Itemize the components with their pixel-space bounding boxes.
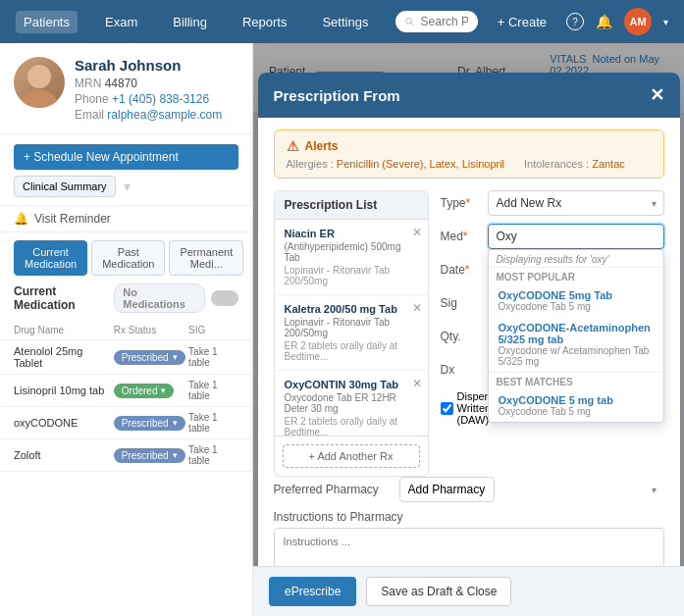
rx-name-2: OxyCONTIN 30mg Tab xyxy=(285,379,418,390)
med-name-2: oxyCODONE xyxy=(14,417,114,429)
avatar-chevron[interactable]: ▾ xyxy=(663,17,668,27)
eprescribe-button[interactable]: ePrescribe xyxy=(269,577,356,606)
type-row: Type* Add New RxRefillNew xyxy=(441,190,664,216)
rx-name-0: Niacin ER xyxy=(285,228,418,239)
rx-sub-0: (Antihyperipidemic) 500mg Tab xyxy=(285,241,418,263)
medication-section-header: Current Medication No Medications xyxy=(0,276,252,321)
med-sig-1: Take 1 table xyxy=(188,380,238,401)
sidebar: Sarah Johnson MRN 44870 Phone +1 (405) 8… xyxy=(0,43,253,616)
modal-header: Prescription From ✕ xyxy=(258,73,680,118)
patient-header: Sarah Johnson MRN 44870 Phone +1 (405) 8… xyxy=(0,43,252,134)
table-row: Atenolol 25mg Tablet Prescribed ▾ Take 1… xyxy=(0,340,252,375)
med-label: Med* xyxy=(441,224,480,243)
nav-reports[interactable]: Reports xyxy=(235,11,295,33)
dispense-checkbox[interactable] xyxy=(441,402,453,415)
rx-item-1: ✕ Kaletra 200/50 mg Tab Lopinavir - Rito… xyxy=(275,295,428,371)
rx-sig-1: ER 2 tablets orally daily at Bedtime... xyxy=(285,340,418,362)
form-column: Type* Add New RxRefillNew Med* xyxy=(441,190,664,477)
autocomplete-item-1-0[interactable]: OxyCODONE 5 mg tab Oxycodone Tab 5 mg xyxy=(489,389,663,422)
rx-sub-2: Oxycodone Tab ER 12HR Deter 30 mg xyxy=(285,392,418,414)
pharmacy-chevron-icon: ▾ xyxy=(652,485,657,495)
rx-remove-2[interactable]: ✕ xyxy=(412,377,422,390)
col-sig: SIG xyxy=(188,325,238,335)
medication-table-body: Atenolol 25mg Tablet Prescribed ▾ Take 1… xyxy=(0,340,252,472)
col-rx-status: Rx Status xyxy=(114,325,188,335)
tab-current-medication[interactable]: Current Medication xyxy=(14,240,87,276)
create-button[interactable]: + Create xyxy=(498,15,547,29)
no-medications-badge: No Medications xyxy=(114,283,205,313)
medication-table-header: Drug Name Rx Status SIG xyxy=(0,321,252,340)
rx-name-1: Kaletra 200/50 mg Tab xyxy=(285,303,418,315)
save-draft-close-button[interactable]: Save as Draft & Close xyxy=(366,577,511,606)
autocomplete-section-1: Best Matches xyxy=(489,372,663,389)
rx-sig-0: Lopinavir - Ritonavir Tab 200/50mg xyxy=(285,265,418,286)
search-input[interactable] xyxy=(421,15,468,28)
nav-settings[interactable]: Settings xyxy=(314,11,376,33)
autocomplete-hint: Displaying results for 'oxy' xyxy=(489,250,663,267)
current-medication-label: Current Medication xyxy=(14,284,114,312)
svg-point-3 xyxy=(22,90,57,108)
nav-exam[interactable]: Exam xyxy=(97,11,145,33)
allergy-item: Allergies : Penicillin (Severe), Latex, … xyxy=(287,158,505,170)
med-status-2[interactable]: Prescribed ▾ xyxy=(114,416,188,431)
rx-remove-1[interactable]: ✕ xyxy=(412,301,422,315)
prescription-modal: Prescription From ✕ ⚠ Alerts Allergies : xyxy=(258,73,680,616)
pharmacy-label: Preferred Pharmacy xyxy=(274,483,392,496)
col-drug-name: Drug Name xyxy=(14,325,114,335)
tab-permanent-medication[interactable]: Permanent Medi... xyxy=(169,240,243,276)
type-select[interactable]: Add New RxRefillNew xyxy=(488,190,664,216)
visit-reminder-row: 🔔 Visit Reminder xyxy=(0,205,252,232)
pharmacy-select-wrapper: Add Pharmacy ▾ xyxy=(399,477,664,502)
med-sig-0: Take 1 table xyxy=(188,346,238,368)
schedule-appointment-button[interactable]: + Schedule New Appointment xyxy=(14,144,238,170)
bottom-bar: ePrescribe Save as Draft & Close xyxy=(253,566,684,616)
modal-close-button[interactable]: ✕ xyxy=(650,84,664,106)
pharmacy-select[interactable]: Add Pharmacy xyxy=(399,477,495,502)
alert-content: Allergies : Penicillin (Severe), Latex, … xyxy=(287,158,652,170)
content-area: Patient Portal Enrolled ✓ ▾ Provider Dr.… xyxy=(253,43,684,616)
date-label: Date* xyxy=(441,257,480,277)
patient-mrn: MRN 44870 xyxy=(75,77,222,90)
med-input[interactable] xyxy=(488,224,664,249)
type-control: Add New RxRefillNew xyxy=(488,190,664,216)
avatar[interactable]: AM xyxy=(624,8,652,35)
med-control: Displaying results for 'oxy' Most Popula… xyxy=(488,224,664,249)
rx-sub-1: Lopinavir - Ritonavir Tab 200/50mg xyxy=(285,317,418,338)
med-status-0[interactable]: Prescribed ▾ xyxy=(114,350,188,365)
nav-patients[interactable]: Patients xyxy=(16,11,78,33)
table-row: oxyCODONE Prescribed ▾ Take 1 table xyxy=(0,407,252,439)
sig-label: Sig xyxy=(441,290,480,310)
medication-toggle[interactable] xyxy=(211,290,238,306)
search-bar[interactable] xyxy=(395,11,477,32)
patient-name: Sarah Johnson xyxy=(75,57,222,74)
intolerance-item: Intolerances : Zantac xyxy=(524,158,625,170)
med-status-1[interactable]: Ordered ▾ xyxy=(114,384,188,398)
patient-photo xyxy=(14,57,65,108)
med-status-3[interactable]: Prescribed ▾ xyxy=(114,448,188,463)
med-name-1: Lisinopril 10mg tab xyxy=(14,385,114,396)
bell-icon[interactable]: 🔔 xyxy=(596,14,612,29)
search-icon xyxy=(405,16,414,27)
reminder-icon: 🔔 xyxy=(14,212,28,226)
rx-item-2: ✕ OxyCONTIN 30mg Tab Oxycodone Tab ER 12… xyxy=(275,371,428,436)
visit-reminder-label: Visit Reminder xyxy=(34,212,111,226)
alert-box: ⚠ Alerts Allergies : Penicillin (Severe)… xyxy=(274,129,664,179)
add-another-section: + Add Another Rx xyxy=(275,436,428,476)
qty-label: Qty. xyxy=(441,324,480,343)
alert-title: ⚠ Alerts xyxy=(287,138,652,154)
add-another-rx-button[interactable]: + Add Another Rx xyxy=(283,444,420,468)
help-icon[interactable]: ? xyxy=(566,13,584,30)
tab-past-medication[interactable]: Past Medication xyxy=(91,240,165,276)
rx-remove-0[interactable]: ✕ xyxy=(412,226,422,239)
nav-billing[interactable]: Billing xyxy=(165,11,215,33)
clinical-row: Clinical Summary ▾ xyxy=(0,176,252,205)
clinical-summary-button[interactable]: Clinical Summary xyxy=(14,176,116,197)
autocomplete-item-0-0[interactable]: OxyCODONE 5mg Tab Oxycodone Tab 5 mg xyxy=(489,284,663,317)
med-sig-3: Take 1 table xyxy=(188,444,238,466)
med-row: Med* Displaying results for 'oxy' Most P… xyxy=(441,224,664,249)
autocomplete-item-0-1[interactable]: OxyCODONE-Acetaminophen 5/325 mg tab Oxy… xyxy=(489,317,663,372)
top-navigation: Patients Exam Billing Reports Settings +… xyxy=(0,0,684,43)
patient-email: Email ralphea@sample.com xyxy=(75,108,222,122)
autocomplete-dropdown: Displaying results for 'oxy' Most Popula… xyxy=(488,249,664,423)
type-label: Type* xyxy=(441,190,480,210)
